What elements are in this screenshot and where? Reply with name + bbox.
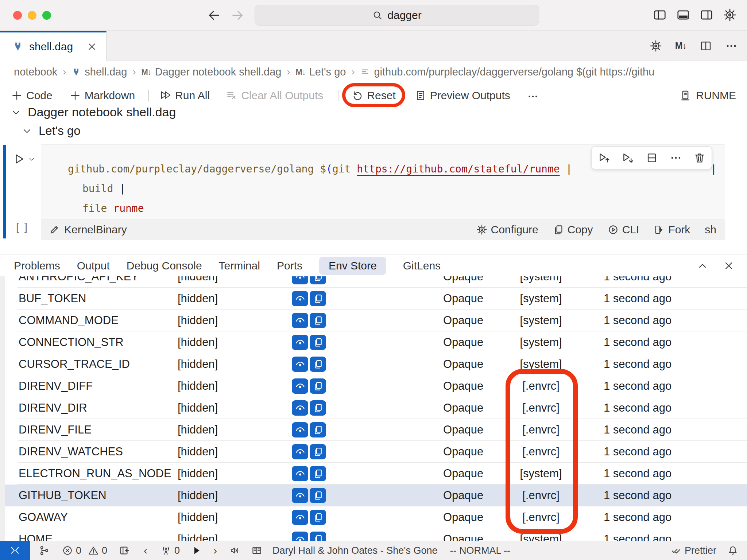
maximize-panel-icon[interactable]: [697, 260, 708, 272]
chevron-left-icon[interactable]: ‹: [144, 544, 147, 557]
env-table-row[interactable]: HOME [hidden] Opaque [system] 1 second a…: [0, 528, 747, 541]
reveal-value-button[interactable]: [292, 276, 308, 284]
remote-indicator[interactable]: [0, 541, 30, 560]
kernel-selector[interactable]: KernelBinary: [49, 223, 127, 236]
copy-value-button[interactable]: [310, 276, 326, 284]
problems-warnings[interactable]: 0: [88, 545, 107, 556]
reveal-value-button[interactable]: [292, 378, 308, 394]
panel-tab-gitlens[interactable]: GitLens: [403, 257, 441, 275]
layout-sidebar-left-icon[interactable]: [653, 8, 667, 22]
panel-tab-env-store[interactable]: Env Store: [319, 257, 386, 275]
minimize-window-button[interactable]: [28, 11, 36, 20]
breadcrumb-item[interactable]: shell.dag: [71, 66, 127, 78]
play-status-icon[interactable]: [191, 545, 202, 556]
breadcrumb-item[interactable]: github.com/purpleclay/daggerverse/golang…: [360, 66, 654, 78]
chevron-down-icon[interactable]: [11, 107, 21, 117]
reveal-value-button[interactable]: [292, 422, 308, 438]
source-control-graph-icon[interactable]: [39, 545, 50, 556]
breadcrumb-item[interactable]: notebook: [14, 66, 57, 78]
problems-errors[interactable]: 0: [62, 545, 81, 556]
copy-value-button[interactable]: [310, 378, 326, 394]
reveal-value-button[interactable]: [292, 335, 308, 350]
chevron-down-icon[interactable]: [22, 126, 32, 136]
reveal-value-button[interactable]: [292, 466, 308, 481]
toolbar-more-icon[interactable]: [527, 90, 539, 101]
env-table-row[interactable]: COMMAND_MODE [hidden] Opaque [system] 1 …: [0, 310, 747, 331]
env-table-row[interactable]: ELECTRON_RUN_AS_NODE [hidden] Opaque [sy…: [0, 463, 747, 485]
settings-gear-icon[interactable]: [723, 8, 737, 22]
more-actions-icon[interactable]: [725, 40, 738, 52]
env-table-row[interactable]: DIRENV_DIR [hidden] Opaque [.envrc] 1 se…: [0, 397, 747, 419]
reveal-value-button[interactable]: [292, 400, 308, 416]
split-cell-icon[interactable]: [646, 152, 658, 164]
cell-language-label[interactable]: sh: [705, 223, 716, 236]
env-table-row[interactable]: DIRENV_FILE [hidden] Opaque [.envrc] 1 s…: [0, 419, 747, 441]
close-window-button[interactable]: [13, 11, 22, 20]
runme-button[interactable]: RUNME: [679, 89, 736, 102]
layout-panel-icon[interactable]: [676, 8, 690, 22]
copy-value-button[interactable]: [310, 510, 326, 525]
cell-more-icon[interactable]: [670, 152, 682, 164]
code-token[interactable]: https://github.com/stateful/runme: [357, 163, 560, 175]
reveal-value-button[interactable]: [292, 357, 308, 372]
clear-all-outputs-button[interactable]: Clear All Outputs: [226, 89, 323, 102]
copy-value-button[interactable]: [310, 313, 326, 328]
formatter-status[interactable]: Prettier: [671, 545, 716, 556]
copy-value-button[interactable]: [310, 444, 326, 459]
env-table-row[interactable]: CONNECTION_STR [hidden] Opaque [system] …: [0, 331, 747, 353]
fork-button[interactable]: Fork: [654, 223, 690, 236]
reveal-value-button[interactable]: [292, 510, 308, 525]
env-table-row[interactable]: BUF_TOKEN [hidden] Opaque [system] 1 sec…: [0, 288, 747, 310]
copy-value-button[interactable]: [310, 335, 326, 350]
env-table-row[interactable]: DIRENV_WATCHES [hidden] Opaque [.envrc] …: [0, 441, 747, 463]
env-table-row[interactable]: ANTHROPIC_API_KEY [hidden] Opaque [syste…: [0, 276, 747, 288]
add-code-button[interactable]: Code: [11, 89, 53, 102]
forward-icon[interactable]: [231, 8, 245, 23]
tab-close-icon[interactable]: [86, 41, 97, 52]
copy-value-button[interactable]: [310, 400, 326, 416]
execute-above-icon[interactable]: [598, 152, 610, 164]
panel-tab-debug-console[interactable]: Debug Console: [127, 257, 202, 275]
now-playing[interactable]: Daryl Hall & John Oates - She's Gone: [272, 545, 437, 556]
breadcrumb-item[interactable]: M↓Dagger notebook shell.dag: [141, 66, 281, 78]
editor-gear-icon[interactable]: [650, 40, 662, 52]
configure-button[interactable]: Configure: [476, 223, 538, 236]
panel-tab-problems[interactable]: Problems: [14, 257, 60, 275]
reset-button[interactable]: Reset: [352, 89, 395, 102]
panel-focus-icon[interactable]: [119, 545, 130, 556]
env-table-row[interactable]: GITHUB_TOKEN [hidden] Opaque [.envrc] 1 …: [0, 485, 747, 506]
delete-cell-icon[interactable]: [693, 152, 706, 164]
env-table-row[interactable]: GOAWAY [hidden] Opaque [.envrc] 1 second…: [0, 506, 747, 528]
copy-value-button[interactable]: [310, 422, 326, 438]
panel-tab-output[interactable]: Output: [77, 257, 110, 275]
run-options-chevron-icon[interactable]: [28, 155, 36, 163]
execute-below-icon[interactable]: [622, 152, 634, 164]
command-center-search[interactable]: dagger: [255, 5, 539, 26]
env-table-row[interactable]: CURSOR_TRACE_ID [hidden] Opaque [system]…: [0, 353, 747, 375]
split-editor-icon[interactable]: [700, 40, 712, 52]
copy-button[interactable]: Copy: [553, 223, 593, 236]
book-icon[interactable]: [251, 545, 262, 556]
reveal-value-button[interactable]: [292, 444, 308, 459]
layout-sidebar-right-icon[interactable]: [700, 8, 713, 22]
reveal-value-button[interactable]: [292, 532, 308, 541]
panel-tab-ports[interactable]: Ports: [277, 257, 302, 275]
cli-button[interactable]: CLI: [608, 223, 639, 236]
reveal-value-button[interactable]: [292, 488, 308, 503]
add-markdown-button[interactable]: Markdown: [69, 89, 135, 102]
bell-icon[interactable]: [727, 545, 738, 556]
run-cell-icon[interactable]: [12, 152, 26, 166]
reveal-value-button[interactable]: [292, 291, 308, 306]
copy-value-button[interactable]: [310, 291, 326, 306]
breadcrumb-item[interactable]: M↓Let's go: [295, 66, 346, 78]
copy-value-button[interactable]: [310, 357, 326, 372]
run-all-button[interactable]: Run All: [160, 89, 210, 102]
close-panel-icon[interactable]: [723, 260, 735, 272]
back-icon[interactable]: [206, 8, 221, 23]
chevron-right-icon[interactable]: ›: [213, 544, 217, 557]
markdown-preview-icon[interactable]: M↓: [675, 40, 686, 51]
speaker-icon[interactable]: [229, 545, 240, 556]
radio-tower-status[interactable]: 0: [160, 545, 180, 556]
reveal-value-button[interactable]: [292, 313, 308, 328]
copy-value-button[interactable]: [310, 466, 326, 481]
